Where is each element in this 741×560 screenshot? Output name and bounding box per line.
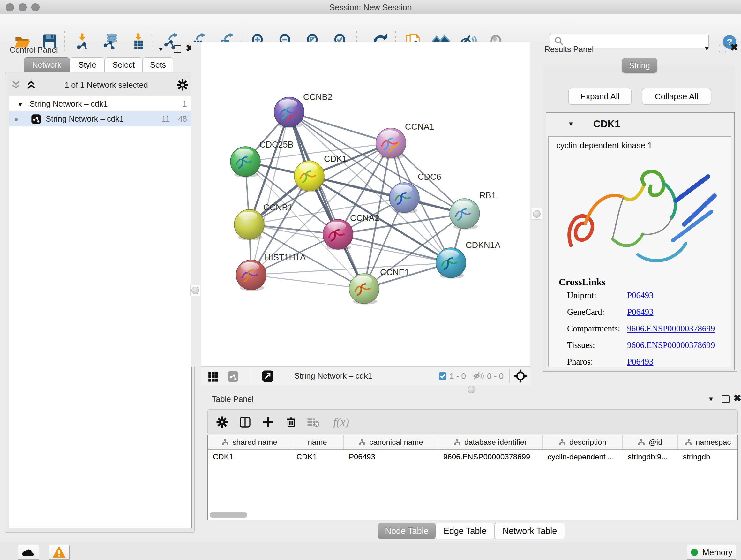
selected-checkbox-icon[interactable]	[439, 372, 447, 380]
network-node-ccne1[interactable]	[349, 273, 379, 305]
results-panel-float-icon[interactable]: ▼	[704, 45, 710, 52]
gear-icon[interactable]	[176, 78, 189, 91]
tab-sets[interactable]: Sets	[143, 57, 173, 72]
crosslink-row: Uniprot: P06493	[549, 291, 731, 301]
hidden-eye-icon	[473, 371, 484, 381]
crosslink-label: Uniprot:	[567, 291, 596, 300]
tab-select[interactable]: Select	[105, 57, 143, 72]
expand-all-icon[interactable]	[26, 79, 37, 90]
node-count: 11	[161, 114, 170, 124]
birdseye-grid-icon[interactable]	[207, 371, 219, 383]
network-node-cdc25b[interactable]	[230, 146, 260, 178]
delete-column-icon[interactable]	[283, 414, 299, 430]
network-node-hist1h1a[interactable]	[236, 260, 266, 291]
gene-name: CDK1	[593, 118, 620, 130]
cloud-icon	[22, 547, 35, 558]
node-label: RB1	[479, 191, 496, 200]
crosslink-label: Pharos:	[567, 357, 593, 367]
collapse-all-icon[interactable]	[10, 79, 21, 90]
cloud-status-button[interactable]	[18, 545, 39, 560]
control-panel-content: 1 of 1 Network selected ▼ String Network…	[5, 72, 195, 533]
tab-style[interactable]: Style	[70, 57, 105, 72]
control-panel-maximize-icon[interactable]	[174, 45, 181, 53]
node-label: CDKN1A	[466, 240, 501, 250]
network-label: String Network – cdk1	[46, 114, 124, 124]
expand-all-button[interactable]: Expand All	[568, 88, 631, 105]
table-cell[interactable]: CDK1	[208, 452, 291, 461]
tab-edge-table[interactable]: Edge Table	[435, 523, 494, 539]
column-header-shared-name[interactable]: shared name	[208, 435, 291, 449]
network-edge[interactable]	[251, 112, 289, 275]
column-header-name[interactable]: name	[291, 435, 344, 449]
crosslink-link[interactable]: 9606.ENSP00000378699	[627, 324, 715, 334]
column-type-icon	[221, 438, 229, 446]
crosslink-row: GeneCard: P06493	[549, 307, 731, 318]
network-view-toolbar: String Network – cdk1 1 - 0 0 - 0	[201, 367, 530, 385]
network-node-cdkn1a[interactable]	[436, 248, 466, 279]
column-header-canonical-name[interactable]: canonical name	[344, 435, 438, 449]
application-window: Session: New Session ? Control Panel ▼ ✖…	[0, 0, 741, 560]
network-collection-label: String Network – cdk1	[30, 99, 108, 109]
memory-button[interactable]: Memory	[687, 545, 736, 560]
network-tree-row[interactable]: ● String Network – cdk1 11 48	[9, 111, 192, 126]
network-node-ccnb1[interactable]	[234, 209, 264, 240]
warnings-button[interactable]	[49, 545, 70, 560]
vertical-splitter-left[interactable]	[192, 42, 201, 367]
node-label: CCNB1	[263, 203, 293, 212]
network-count-badge: 1	[183, 99, 187, 109]
node-label: CCNE1	[380, 267, 409, 277]
column-type-icon	[358, 438, 366, 446]
node-label: CCNA2	[350, 213, 380, 223]
string-network-badge-icon[interactable]	[227, 371, 239, 382]
splitter-knob[interactable]	[468, 386, 475, 393]
vertical-splitter-right[interactable]	[530, 42, 542, 367]
control-panel-float-icon[interactable]: ▼	[158, 45, 164, 53]
gene-description: cyclin-dependent kinase 1	[556, 140, 652, 150]
splitter-knob[interactable]	[192, 287, 199, 294]
node-label: CCNA1	[405, 122, 434, 132]
add-column-icon[interactable]	[260, 414, 276, 430]
network-edge[interactable]	[251, 263, 451, 275]
network-canvas[interactable]: CCNB2CCNA1CDC25BCDK1CDC6RB1CCNB1CCNA2CDK…	[201, 42, 530, 367]
table-panel-title: Table Panel	[212, 395, 254, 404]
show-columns-icon[interactable]	[237, 414, 253, 430]
crosslink-link[interactable]: 9606.ENSP00000378699	[627, 340, 715, 350]
network-node-cdc6[interactable]	[389, 183, 419, 213]
results-panel-maximize-icon[interactable]	[719, 45, 726, 52]
tab-node-table[interactable]: Node Table	[378, 523, 435, 539]
function-builder-icon: f(x)	[328, 414, 354, 430]
network-tree-row[interactable]: ▼ String Network – cdk1 1	[9, 97, 192, 111]
network-edge[interactable]	[251, 275, 364, 289]
crosslinks-title: CrossLinks	[559, 276, 605, 287]
protein-structure-image	[558, 152, 724, 274]
network-node-cdk1[interactable]	[294, 161, 324, 192]
table-cell[interactable]: CDK1	[291, 452, 344, 461]
network-node-rb1[interactable]	[450, 199, 480, 230]
crosslink-link[interactable]: P06493	[627, 357, 654, 367]
table-cell[interactable]: 9606.ENSP00000378699	[438, 452, 542, 461]
network-graph[interactable]: CCNB2CCNA1CDC25BCDK1CDC6RB1CCNB1CCNA2CDK…	[201, 42, 530, 366]
node-label: CCNB2	[303, 92, 333, 102]
gene-section-header[interactable]: ▼ CDK1	[546, 113, 734, 136]
network-edge[interactable]	[289, 112, 391, 143]
network-node-ccna2[interactable]	[323, 219, 353, 250]
collapse-section-icon[interactable]: ▼	[568, 120, 574, 128]
results-panel-close-icon[interactable]: ✖	[730, 44, 738, 52]
window-title: Session: New Session	[0, 3, 741, 12]
tab-string[interactable]: String	[622, 58, 657, 73]
export-view-icon[interactable]	[262, 370, 274, 382]
collapse-all-button[interactable]: Collapse All	[642, 88, 711, 105]
move-crosshair-icon[interactable]	[514, 369, 527, 383]
splitter-knob[interactable]	[533, 210, 541, 218]
tab-network[interactable]: Network	[23, 57, 70, 72]
crosslink-link[interactable]: P06493	[627, 291, 654, 300]
network-view-title: String Network – cdk1	[294, 371, 373, 381]
crosslink-link[interactable]: P06493	[627, 307, 654, 317]
horizontal-scrollbar[interactable]	[210, 512, 247, 517]
network-node-ccna1[interactable]	[376, 128, 406, 159]
table-cell[interactable]: P06493	[344, 452, 438, 461]
column-header-database-identifier[interactable]: database identifier	[438, 435, 542, 449]
network-edge[interactable]	[289, 112, 364, 289]
expand-collapse-icon[interactable]: ▼	[17, 99, 23, 109]
table-settings-gear-icon[interactable]	[214, 414, 230, 430]
